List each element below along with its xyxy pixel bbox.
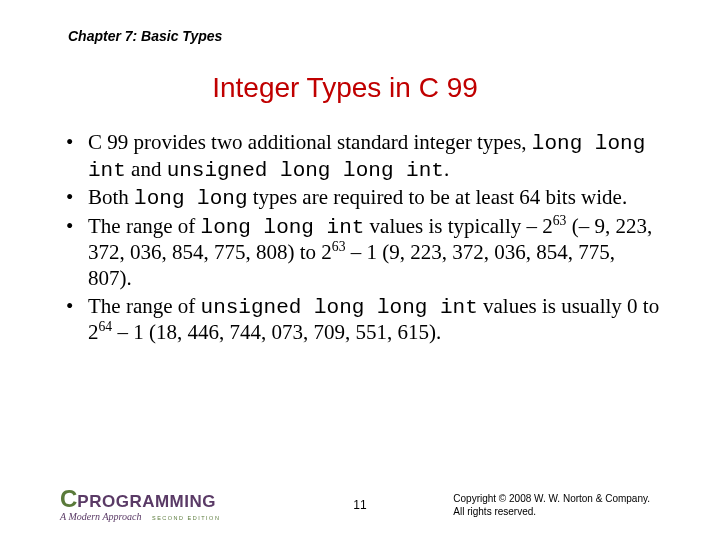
bullet-marker: • (66, 130, 88, 183)
copyright: Copyright © 2008 W. W. Norton & Company.… (453, 493, 650, 518)
bullet-item: •Both long long types are required to be… (66, 185, 660, 212)
bullet-marker: • (66, 294, 88, 346)
slide-body: •C 99 provides two additional standard i… (66, 130, 660, 346)
bullet-text: The range of long long int values is typ… (88, 214, 660, 292)
chapter-label: Chapter 7: Basic Types (68, 28, 660, 44)
bullet-text: Both long long types are required to be … (88, 185, 660, 212)
footer: C PROGRAMMING A Modern Approach SECOND E… (0, 478, 720, 522)
bullet-item: •The range of long long int values is ty… (66, 214, 660, 292)
bullet-marker: • (66, 214, 88, 292)
logo-subtitle: A Modern Approach SECOND EDITION (60, 511, 220, 522)
bullet-text: The range of unsigned long long int valu… (88, 294, 660, 346)
slide-title: Integer Types in C 99 (30, 72, 660, 104)
bullet-item: •The range of unsigned long long int val… (66, 294, 660, 346)
bullet-marker: • (66, 185, 88, 212)
bullet-item: •C 99 provides two additional standard i… (66, 130, 660, 183)
bullet-text: C 99 provides two additional standard in… (88, 130, 660, 183)
